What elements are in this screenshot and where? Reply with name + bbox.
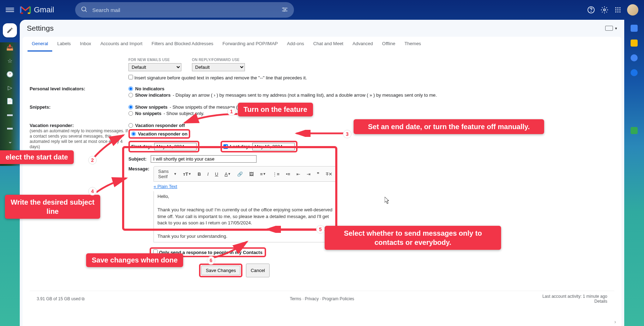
tab-chat[interactable]: Chat and Meet	[309, 37, 348, 52]
tab-labels[interactable]: Labels	[53, 37, 75, 52]
vacation-off-radio[interactable]	[128, 123, 133, 128]
snippets-show-radio[interactable]	[128, 105, 133, 109]
open-icon[interactable]: ⧉	[82, 296, 85, 301]
svg-point-16	[619, 11, 620, 12]
msg-line-3: Thank you for your understanding.	[157, 233, 333, 240]
annotation-num-6: 6	[207, 256, 215, 265]
settings-footer: 3.91 GB of 15 GB used ⧉ Terms · Privacy …	[30, 291, 614, 307]
details-link[interactable]: Details	[594, 299, 607, 304]
help-icon[interactable]	[587, 6, 595, 14]
first-day-input[interactable]	[154, 143, 197, 150]
last-day-input[interactable]	[252, 143, 295, 150]
drafts-icon[interactable]: 📄	[6, 97, 13, 104]
privacy-link[interactable]: Privacy	[305, 296, 319, 301]
link-icon[interactable]: 🔗	[236, 171, 244, 177]
starred-icon[interactable]: ☆	[6, 57, 13, 64]
sig-new-select[interactable]: Default	[128, 63, 181, 71]
contacts-icon[interactable]	[631, 69, 638, 76]
indicators-show-radio[interactable]	[128, 93, 133, 97]
compose-button[interactable]	[3, 23, 17, 37]
tab-general[interactable]: General	[28, 37, 52, 52]
image-icon[interactable]: 🖼	[248, 171, 255, 177]
bold-icon[interactable]: B	[196, 171, 202, 177]
settings-tabs: General Labels Inbox Accounts and Import…	[23, 37, 621, 52]
storage-text: 3.91 GB of 15 GB used	[37, 296, 80, 301]
annotation-6: Save changes when done	[86, 253, 183, 267]
search-options-icon[interactable]	[281, 6, 288, 14]
snoozed-icon[interactable]: 🕐	[6, 71, 13, 78]
more-icon[interactable]: ⌄	[6, 138, 13, 145]
search-input[interactable]	[92, 7, 281, 13]
tab-advanced[interactable]: Advanced	[348, 37, 377, 52]
page-title: Settings	[27, 24, 54, 32]
indent-more-icon[interactable]: ⇥	[305, 171, 312, 177]
plain-text-link[interactable]: « Plain Text	[154, 184, 177, 189]
bulleted-list-icon[interactable]: •≡	[284, 171, 291, 177]
sig-reply-select[interactable]: Default	[192, 63, 245, 71]
sig-reply-label: ON REPLY/FORWARD USE	[192, 58, 245, 62]
align-icon[interactable]: ≡ ▼	[259, 171, 267, 177]
tab-addons[interactable]: Add-ons	[283, 37, 308, 52]
tab-filters[interactable]: Filters and Blocked Addresses	[148, 37, 218, 52]
tab-themes[interactable]: Themes	[400, 37, 425, 52]
msg-line-1: Hello,	[157, 193, 333, 200]
vacation-on-radio[interactable]	[131, 132, 136, 136]
font-size-icon[interactable]: тT ▼	[182, 171, 193, 177]
sig-insert-checkbox[interactable]	[128, 75, 133, 79]
tab-accounts[interactable]: Accounts and Import	[96, 37, 146, 52]
gear-icon[interactable]	[600, 6, 609, 14]
text-color-icon[interactable]: A ▼	[223, 171, 232, 177]
label-2-icon[interactable]: ▬	[6, 124, 13, 131]
subject-input[interactable]	[151, 155, 257, 163]
vacation-label: Vacation responder:	[30, 123, 74, 128]
annotation-3: Set an end date, or turn the feature off…	[354, 119, 544, 134]
input-tools-icon[interactable]	[605, 26, 613, 31]
settings-panel: Settings ▾ General Labels Inbox Accounts…	[20, 20, 624, 326]
quote-icon[interactable]: ❞	[315, 171, 321, 177]
gmail-icon	[20, 6, 31, 14]
apps-icon[interactable]	[614, 6, 622, 14]
svg-point-13	[619, 9, 620, 10]
cancel-button[interactable]: Cancel	[246, 264, 269, 277]
terms-link[interactable]: Terms	[290, 296, 301, 301]
tab-forwarding[interactable]: Forwarding and POP/IMAP	[218, 37, 282, 52]
svg-point-0	[82, 7, 86, 11]
save-button[interactable]: Save Changes	[201, 266, 240, 275]
main-menu-icon[interactable]	[6, 6, 14, 14]
first-day-label: First day:	[131, 144, 152, 149]
underline-icon[interactable]: U	[213, 171, 219, 177]
tasks-icon[interactable]	[631, 54, 638, 61]
policies-link[interactable]: Program Policies	[322, 296, 354, 301]
last-day-checkbox[interactable]	[223, 144, 228, 149]
indent-less-icon[interactable]: ⇤	[295, 171, 302, 177]
subject-label: Subject:	[128, 156, 146, 162]
label-1-icon[interactable]: ▬	[6, 111, 13, 118]
search-box[interactable]	[75, 2, 294, 18]
avatar[interactable]	[627, 4, 638, 16]
tab-inbox[interactable]: Inbox	[76, 37, 96, 52]
gmail-logo[interactable]: Gmail	[20, 5, 54, 14]
indicators-no-radio[interactable]	[128, 86, 133, 91]
svg-point-2	[283, 7, 284, 8]
remove-format-icon[interactable]: T✕	[324, 171, 334, 177]
right-rail	[624, 20, 644, 134]
numbered-list-icon[interactable]: ⋮≡	[271, 171, 281, 177]
message-editor[interactable]: Hello, Thank you for reaching out! I'm c…	[154, 191, 337, 242]
left-rail: 📥 ☆ 🕐 ▷ 📄 ▬ ▬ ⌄ +	[0, 20, 20, 326]
addon-icon[interactable]	[631, 127, 638, 134]
keep-icon[interactable]	[631, 40, 638, 47]
chevron-down-icon[interactable]: ▾	[615, 26, 617, 31]
settings-header: Settings ▾	[20, 20, 624, 37]
svg-point-11	[615, 9, 616, 10]
inbox-icon[interactable]: 📥	[6, 44, 13, 51]
sent-icon[interactable]: ▷	[6, 84, 13, 91]
scroll-right-icon[interactable]: ›	[614, 319, 621, 325]
font-family-select[interactable]: Sans Serif ▼	[157, 168, 178, 180]
annotation-1: Turn on the feature	[238, 103, 313, 116]
sig-insert-label[interactable]: Insert signature before quoted text in r…	[128, 75, 307, 80]
snippets-no-radio[interactable]	[128, 111, 133, 116]
calendar-icon[interactable]	[631, 25, 638, 32]
tab-offline[interactable]: Offline	[378, 37, 399, 52]
italic-icon[interactable]: I	[206, 171, 210, 177]
cursor-icon	[385, 197, 390, 205]
